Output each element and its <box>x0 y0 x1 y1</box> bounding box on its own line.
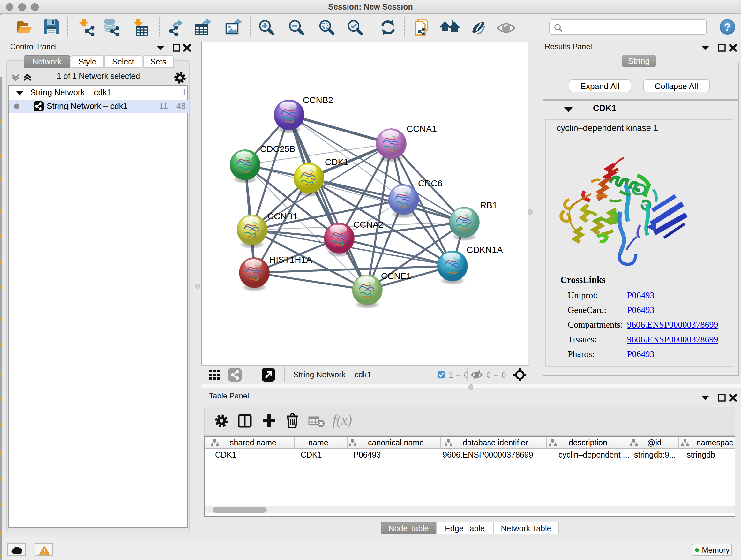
svg-text:CCNB2: CCNB2 <box>303 95 333 105</box>
svg-text:CCNB1: CCNB1 <box>267 211 298 221</box>
svg-text:CCNA2: CCNA2 <box>353 220 384 230</box>
svg-text:CDKN1A: CDKN1A <box>467 245 503 255</box>
svg-text:CCNA1: CCNA1 <box>407 124 437 134</box>
svg-text:CDC25B: CDC25B <box>260 144 295 154</box>
svg-text:CDC6: CDC6 <box>418 179 442 188</box>
svg-text:RB1: RB1 <box>480 200 497 210</box>
svg-text:HIST1H1A: HIST1H1A <box>269 255 312 265</box>
svg-text:CDK1: CDK1 <box>325 157 349 167</box>
svg-text:CCNE1: CCNE1 <box>381 271 411 281</box>
